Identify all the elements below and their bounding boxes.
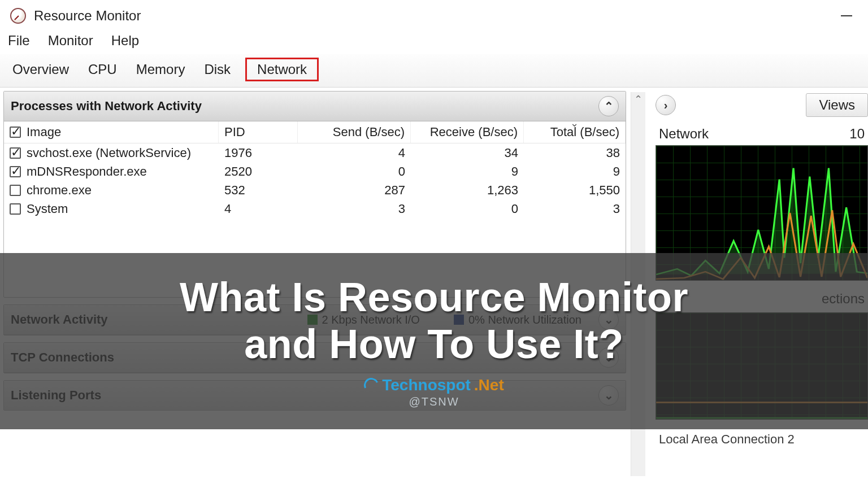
pane-arrow-button[interactable]: › xyxy=(656,95,676,115)
table-row[interactable]: System4303 xyxy=(4,199,626,218)
menu-file[interactable]: File xyxy=(8,33,30,49)
tcp-connections-panel: TCP Connections ⌄ xyxy=(3,342,626,373)
expand-button[interactable]: ⌄ xyxy=(598,347,619,368)
menu-help[interactable]: Help xyxy=(111,33,139,49)
tcp-chart xyxy=(656,312,868,420)
tab-disk[interactable]: Disk xyxy=(199,59,235,80)
chevron-right-icon: › xyxy=(664,99,668,112)
chart-network-scale: 10 xyxy=(849,126,865,142)
col-image[interactable]: Image xyxy=(4,121,219,143)
row-checkbox[interactable] xyxy=(10,185,21,196)
col-send[interactable]: Send (B/sec) xyxy=(298,121,411,143)
table-header: Image PID Send (B/sec) Receive (B/sec) T… xyxy=(4,121,626,143)
io-label: 2 Kbps Network I/O xyxy=(322,313,420,326)
swatch-green xyxy=(307,315,318,325)
listening-ports-title: Listening Ports xyxy=(11,388,101,403)
local-connection-label: Local Area Connection 2 xyxy=(656,428,868,447)
minimize-button[interactable] xyxy=(831,5,862,27)
network-activity-title: Network Activity xyxy=(11,312,108,327)
titlebar: Resource Monitor xyxy=(0,0,868,30)
listening-ports-panel: Listening Ports ⌄ xyxy=(3,380,626,411)
chevron-down-icon: ⌄ xyxy=(604,389,614,402)
processes-panel-header[interactable]: Processes with Network Activity ⌃ xyxy=(4,91,626,121)
processes-panel-title: Processes with Network Activity xyxy=(11,99,202,114)
tab-bar: Overview CPU Memory Disk Network xyxy=(0,54,868,88)
row-checkbox[interactable] xyxy=(10,166,21,177)
menubar: File Monitor Help xyxy=(0,30,868,54)
vertical-scrollbar[interactable]: ⌃ xyxy=(631,92,645,476)
chevron-down-icon: ⌄ xyxy=(604,313,614,326)
network-activity-header[interactable]: Network Activity 2 Kbps Network I/O 0% N… xyxy=(4,305,626,335)
tcp-connections-title: TCP Connections xyxy=(11,350,114,365)
util-label: 0% Network Utilization xyxy=(468,313,581,326)
table-row[interactable]: mDNSResponder.exe2520099 xyxy=(4,162,626,181)
row-checkbox[interactable] xyxy=(10,147,21,159)
left-pane: ⌃ Processes with Network Activity ⌃ Imag… xyxy=(0,88,645,487)
expand-button[interactable]: ⌄ xyxy=(598,385,619,406)
tcp-connections-header[interactable]: TCP Connections ⌄ xyxy=(4,343,626,373)
tab-overview[interactable]: Overview xyxy=(8,59,73,80)
network-chart xyxy=(656,145,868,281)
swatch-blue xyxy=(454,315,464,325)
table-row[interactable]: svchost.exe (NetworkService)197643438 xyxy=(4,143,626,162)
chevron-up-icon: ⌃ xyxy=(604,99,614,113)
network-activity-panel: Network Activity 2 Kbps Network I/O 0% N… xyxy=(3,304,626,336)
menu-monitor[interactable]: Monitor xyxy=(48,33,93,49)
row-checkbox[interactable] xyxy=(10,203,21,215)
expand-button[interactable]: ⌄ xyxy=(598,310,619,330)
col-total[interactable]: Total (B/sec) xyxy=(524,121,626,143)
tab-memory[interactable]: Memory xyxy=(132,59,190,80)
chevron-down-icon: ⌄ xyxy=(604,351,614,364)
table-row[interactable]: chrome.exe5322871,2631,550 xyxy=(4,181,626,199)
col-pid[interactable]: PID xyxy=(219,121,298,143)
chart-network-label: Network xyxy=(659,126,709,142)
col-receive[interactable]: Receive (B/sec) xyxy=(411,121,524,143)
tab-network[interactable]: Network xyxy=(245,58,319,81)
processes-panel: Processes with Network Activity ⌃ Image … xyxy=(3,91,626,298)
collapse-button[interactable]: ⌃ xyxy=(598,96,619,116)
views-dropdown[interactable]: Views xyxy=(806,93,868,117)
select-all-checkbox[interactable] xyxy=(10,127,21,138)
tab-cpu[interactable]: CPU xyxy=(84,59,121,80)
window-title: Resource Monitor xyxy=(34,8,141,24)
connections-label: ections xyxy=(656,289,868,312)
right-pane: › Views Network 10 ections Local Area Co… xyxy=(645,88,868,487)
listening-ports-header[interactable]: Listening Ports ⌄ xyxy=(4,381,626,410)
app-icon xyxy=(10,8,26,24)
